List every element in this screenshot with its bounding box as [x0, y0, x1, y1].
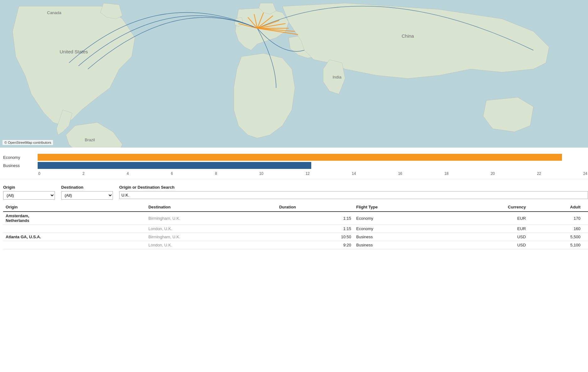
cell-flight-type: Economy — [354, 212, 447, 225]
business-bar — [38, 162, 311, 169]
tick-6: 6 — [171, 171, 173, 176]
table-row: Amsterdam,NetherlandsBirmingham, U.K.1:1… — [3, 212, 588, 225]
chart-section: Economy Business 0 2 4 6 8 10 12 14 16 1… — [0, 148, 588, 179]
tick-24: 24 — [583, 171, 587, 176]
cell-adult: 170 — [528, 212, 583, 225]
tick-10: 10 — [259, 171, 263, 176]
cell-scrollbar — [583, 225, 588, 233]
search-filter-label: Origin or Destination Search — [119, 185, 588, 190]
cell-duration: 1:15 — [277, 212, 354, 225]
destination-filter-label: Destination — [61, 185, 113, 190]
chart-axis-ticks: 0 2 4 6 8 10 12 14 16 18 20 22 24 — [38, 171, 588, 176]
tick-16: 16 — [398, 171, 402, 176]
cell-duration: 1:15 — [277, 225, 354, 233]
filter-section: Origin (All) Destination (All) Origin or… — [0, 179, 588, 203]
col-adult: Adult — [528, 203, 583, 212]
cell-adult: 5,100 — [528, 241, 583, 249]
table-section: Origin Destination Duration Flight Type … — [0, 203, 588, 249]
tick-2: 2 — [83, 171, 85, 176]
cell-destination: London, U.K. — [146, 225, 277, 233]
table-row: London, U.K.1:15EconomyEUR160 — [3, 225, 588, 233]
cell-adult: 5,500 — [528, 233, 583, 241]
origin-filter-group: Origin (All) — [3, 185, 55, 200]
economy-bar — [38, 154, 562, 161]
destination-filter-group: Destination (All) — [61, 185, 113, 200]
col-duration: Duration — [277, 203, 354, 212]
cell-adult: 160 — [528, 225, 583, 233]
map-container: United States Canada Brazil China India … — [0, 0, 588, 148]
map-attribution: © OpenStreetMap contributors — [3, 140, 53, 145]
cell-scrollbar — [583, 212, 588, 225]
cell-destination: Birmingham, U.K. — [146, 212, 277, 225]
col-currency: Currency — [447, 203, 528, 212]
tick-4: 4 — [127, 171, 129, 176]
business-label: Business — [3, 163, 38, 168]
cell-scrollbar — [583, 241, 588, 249]
label-canada: Canada — [47, 10, 61, 15]
economy-chart-row: Economy — [3, 154, 588, 161]
table-row: London, U.K.9:20BusinessUSD5,100 — [3, 241, 588, 249]
col-destination: Destination — [146, 203, 277, 212]
label-india: India — [333, 75, 342, 79]
cell-scrollbar — [583, 233, 588, 241]
destination-select[interactable]: (All) — [61, 191, 113, 200]
cell-destination: London, U.K. — [146, 241, 277, 249]
cell-flight-type: Economy — [354, 225, 447, 233]
cell-origin — [3, 225, 146, 233]
cell-currency: EUR — [447, 225, 528, 233]
col-flight-type: Flight Type — [354, 203, 447, 212]
cell-origin — [3, 241, 146, 249]
tick-8: 8 — [215, 171, 217, 176]
tick-22: 22 — [537, 171, 541, 176]
col-scrollbar — [583, 203, 588, 212]
tick-14: 14 — [352, 171, 356, 176]
cell-origin: Amsterdam,Netherlands — [3, 212, 146, 225]
cell-destination: Birmingham, U.K. — [146, 233, 277, 241]
tick-0: 0 — [38, 171, 40, 176]
search-filter-group: Origin or Destination Search — [119, 185, 588, 199]
label-brazil: Brazil — [85, 137, 95, 142]
table-body: Amsterdam,NetherlandsBirmingham, U.K.1:1… — [3, 212, 588, 249]
map-svg: United States Canada Brazil China India — [0, 0, 588, 148]
chart-axis: 0 2 4 6 8 10 12 14 16 18 20 22 24 — [38, 171, 588, 176]
cell-currency: USD — [447, 241, 528, 249]
tick-20: 20 — [491, 171, 495, 176]
cell-flight-type: Business — [354, 233, 447, 241]
table-header-row: Origin Destination Duration Flight Type … — [3, 203, 588, 212]
col-origin: Origin — [3, 203, 146, 212]
cell-duration: 9:20 — [277, 241, 354, 249]
label-china: China — [402, 33, 414, 39]
cell-origin: Atlanta GA, U.S.A. — [3, 233, 146, 241]
economy-bar-container — [38, 154, 588, 161]
cell-currency: USD — [447, 233, 528, 241]
origin-select[interactable]: (All) — [3, 191, 55, 200]
search-input[interactable] — [119, 191, 588, 199]
business-bar-container — [38, 162, 588, 169]
cell-duration: 10:50 — [277, 233, 354, 241]
origin-filter-label: Origin — [3, 185, 55, 190]
economy-label: Economy — [3, 155, 38, 160]
table-row: Atlanta GA, U.S.A.Birmingham, U.K.10:50B… — [3, 233, 588, 241]
tick-12: 12 — [306, 171, 310, 176]
label-united-states: United States — [60, 49, 88, 54]
flights-table: Origin Destination Duration Flight Type … — [3, 203, 588, 249]
cell-flight-type: Business — [354, 241, 447, 249]
tick-18: 18 — [444, 171, 448, 176]
business-chart-row: Business — [3, 162, 588, 169]
cell-currency: EUR — [447, 212, 528, 225]
